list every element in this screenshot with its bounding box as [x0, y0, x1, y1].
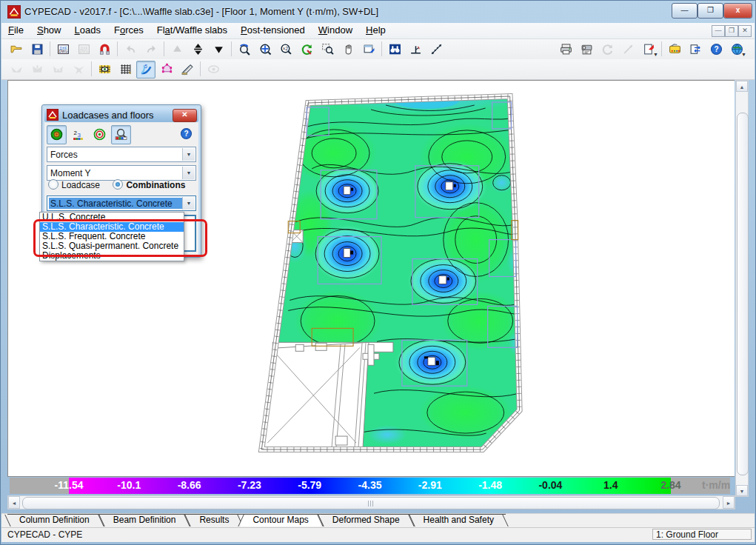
vertical-scroll-thumb[interactable]	[737, 113, 749, 475]
section-beam-button[interactable]	[178, 61, 197, 78]
zoom-window-button[interactable]	[318, 41, 337, 58]
save-button[interactable]	[27, 41, 47, 58]
measure-button[interactable]	[426, 41, 446, 58]
dxf-import-button[interactable]: DXFDWG	[53, 41, 73, 58]
scale-zoom-button[interactable]	[111, 125, 131, 144]
child-close-button[interactable]: ✕	[738, 25, 752, 37]
contour-map-button[interactable]	[47, 125, 67, 144]
beam-notch-button[interactable]	[48, 61, 67, 78]
menu-flat-waffle-slabs[interactable]: Flat/Waffle slabs	[150, 23, 234, 37]
chevron-down-icon[interactable]: ▼	[182, 148, 195, 161]
app-window: CYPECAD - v2017.f - [C:\...\Waffle slab.…	[0, 0, 756, 545]
dialog-title-bar[interactable]: Loadcases and floors ✕	[44, 107, 198, 122]
view-eye-button[interactable]	[204, 61, 223, 78]
vertical-scrollbar[interactable]: ▲ ▼	[735, 80, 749, 497]
menu-window[interactable]: Window	[312, 23, 359, 37]
search-binoculars-button[interactable]	[385, 41, 404, 58]
values-button[interactable]: 23	[68, 125, 88, 144]
tab-results[interactable]: Results	[187, 514, 241, 526]
tab-beam-definition[interactable]: Beam Definition	[101, 514, 188, 526]
ponder-curve-button[interactable]: 5	[136, 61, 155, 78]
menu-bar: FileShowLoadsForcesFlat/Waffle slabsPost…	[1, 23, 755, 39]
scale-value-label: -8.66	[178, 479, 201, 491]
combination-dropdown-list: U.L.S. ConcreteS.L.S. Characteristic. Co…	[39, 212, 184, 261]
dialog-close-button[interactable]: ✕	[173, 109, 197, 122]
mesh-edit-button[interactable]	[116, 61, 135, 78]
redraw-disabled-button[interactable]	[598, 41, 617, 58]
dxf-layers-button[interactable]: DXFDWG	[74, 41, 93, 58]
web-globe-button[interactable]: ▼	[727, 41, 746, 58]
horizontal-scrollbar[interactable]: ◄ ►	[7, 495, 735, 509]
pointer-disabled-button[interactable]	[618, 41, 638, 58]
menu-post-tensioned[interactable]: Post-tensioned	[234, 23, 312, 37]
panel-polygon-button[interactable]	[157, 61, 176, 78]
menu-file[interactable]: File	[1, 23, 30, 37]
floor-up-button[interactable]	[167, 41, 187, 58]
pointer-disabled-icon	[622, 47, 635, 58]
print-button[interactable]	[556, 41, 575, 58]
child-minimize-button[interactable]: —	[712, 25, 725, 37]
open-folder-button[interactable]	[7, 41, 26, 58]
restore-button[interactable]: ❐	[698, 3, 723, 19]
magnitude-combo[interactable]: Forces ▼	[47, 147, 196, 162]
toolbar-separator	[381, 41, 382, 56]
floor-down-button[interactable]	[209, 41, 228, 58]
tab-contour-maps[interactable]: Contour Maps	[241, 514, 320, 526]
tab-deformed-shape[interactable]: Deformed Shape	[321, 514, 412, 526]
child-restore-button[interactable]: ❐	[725, 25, 738, 37]
mesh-view-button[interactable]	[95, 61, 114, 78]
scroll-right-arrow[interactable]: ►	[723, 496, 735, 509]
toolbar-separator	[164, 41, 164, 56]
tab-health-and-safety[interactable]: Health and Safety	[412, 514, 506, 526]
beam-wings-button[interactable]	[69, 61, 88, 78]
beam-open-button[interactable]	[7, 61, 26, 78]
menu-forces[interactable]: Forces	[107, 23, 150, 37]
floor-updown-button[interactable]	[188, 41, 207, 58]
combinations-radio[interactable]: Combinations	[113, 179, 185, 190]
scroll-left-arrow[interactable]: ◄	[8, 496, 20, 509]
redo-button[interactable]	[141, 41, 161, 58]
pan-hand-button[interactable]	[338, 41, 358, 58]
scroll-down-arrow[interactable]: ▼	[736, 485, 748, 496]
zoom-x2-button[interactable]: ×2	[276, 41, 295, 58]
close-button[interactable]: x	[723, 3, 752, 19]
angle-ortho-button[interactable]	[406, 41, 425, 58]
plotter-button[interactable]	[577, 41, 596, 58]
menu-show[interactable]: Show	[30, 23, 68, 37]
scroll-up-arrow[interactable]: ▲	[736, 81, 748, 92]
dialog-help-button[interactable]: ?	[180, 127, 195, 142]
zoom-previous-button[interactable]	[235, 41, 254, 58]
loadcase-radio[interactable]: Loadcase	[48, 179, 100, 190]
remote-control-button[interactable]	[665, 41, 684, 58]
chevron-down-icon[interactable]: ▼	[182, 167, 195, 179]
help-button[interactable]: ?	[706, 41, 726, 58]
undo-button[interactable]	[121, 41, 140, 58]
measure-icon	[430, 47, 443, 58]
chevron-down-icon[interactable]: ▼	[182, 197, 195, 210]
scale-zoom-icon	[115, 132, 127, 143]
menu-loads[interactable]: Loads	[68, 23, 107, 37]
menu-help[interactable]: Help	[359, 23, 392, 37]
beam-crown-button[interactable]	[27, 61, 47, 78]
scale-value-label: -4.35	[358, 479, 382, 491]
horizontal-scroll-thumb[interactable]	[22, 497, 720, 509]
isovalues-button[interactable]	[90, 125, 110, 144]
magnet-button[interactable]	[95, 41, 114, 58]
redraw-button[interactable]	[297, 41, 316, 58]
svg-text:?: ?	[714, 45, 718, 53]
zoom-all-button[interactable]	[255, 41, 275, 58]
export-button[interactable]: ▼	[639, 41, 658, 58]
tab-column-definition[interactable]: Column Definition	[7, 514, 101, 526]
current-floor-indicator[interactable]: 1: Ground Floor	[652, 529, 752, 540]
send-window-button[interactable]	[359, 41, 378, 58]
svg-text:3: 3	[77, 132, 81, 138]
dropdown-item[interactable]: Displacements	[40, 251, 184, 261]
redo-icon	[145, 47, 158, 58]
combination-combo[interactable]: S.L.S. Characteristic. Concrete ▼	[47, 195, 196, 211]
title-bar: CYPECAD - v2017.f - [C:\...\Waffle slab.…	[1, 1, 755, 23]
scale-value-label: -5.79	[298, 479, 321, 491]
component-combo[interactable]: Moment Y ▼	[47, 165, 196, 181]
minimize-button[interactable]: —	[672, 3, 698, 19]
file-transfer-button[interactable]	[686, 41, 705, 58]
svg-text:DWG: DWG	[58, 50, 67, 53]
